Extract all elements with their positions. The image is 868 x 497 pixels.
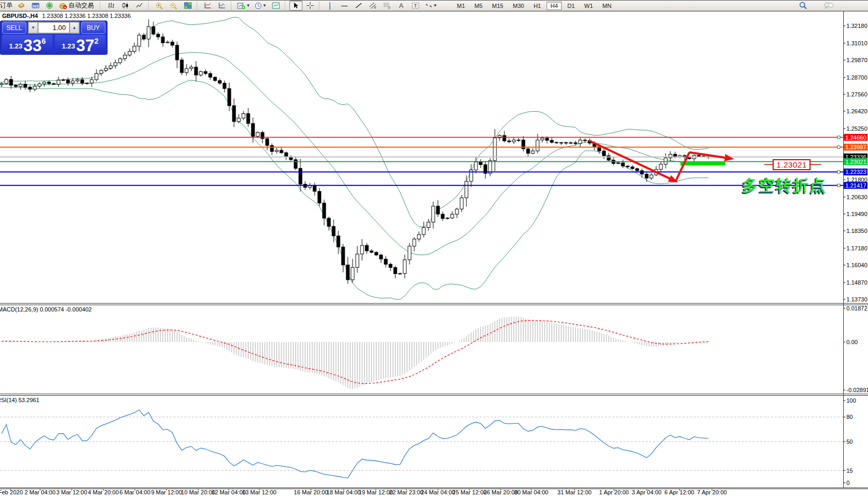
svg-text:3 Mar 12:00: 3 Mar 12:00 (56, 489, 87, 495)
svg-text:1.21417: 1.21417 (845, 182, 866, 189)
svg-text:0: 0 (846, 480, 850, 486)
svg-text:18 Mar 04:00: 18 Mar 04:00 (327, 489, 361, 495)
svg-text:31 Mar 12:00: 31 Mar 12:00 (558, 489, 592, 495)
crosshair-tool[interactable] (304, 1, 317, 11)
svg-text:1.22323: 1.22323 (845, 169, 866, 175)
svg-text:1.28700: 1.28700 (846, 74, 867, 81)
sell-price-pip: 6 (42, 37, 46, 45)
buy-price-panel[interactable]: 1.23 37 2 (55, 35, 105, 53)
text-tool[interactable]: A (395, 1, 408, 11)
svg-text:1.14870: 1.14870 (846, 279, 867, 286)
timeframe-MN[interactable]: MN (599, 2, 615, 10)
svg-text:10 Mar 20:00: 10 Mar 20:00 (181, 489, 216, 495)
vertical-line-tool[interactable]: │ (324, 1, 337, 11)
toolbar-separator (319, 2, 321, 9)
svg-text:1.20630: 1.20630 (846, 194, 867, 200)
timeframe-D1[interactable]: D1 (564, 2, 579, 10)
svg-text:6 Apr 12:00: 6 Apr 12:00 (665, 489, 694, 495)
svg-text:7 Apr 20:00: 7 Apr 20:00 (697, 489, 727, 495)
svg-text:30 Mar 04:00: 30 Mar 04:00 (514, 489, 549, 495)
svg-text:25 Mar 12:00: 25 Mar 12:00 (453, 489, 487, 495)
trendline-tool[interactable] (352, 1, 365, 11)
timeframe-M15[interactable]: M15 (489, 2, 507, 10)
fibonacci-tool[interactable]: F (381, 1, 394, 11)
market-watch-icon[interactable] (15, 1, 28, 11)
price-annotation-box[interactable]: 1.23021 (773, 159, 811, 170)
timeframe-H1[interactable]: H1 (530, 2, 544, 10)
svg-text:6 Mar 04:00: 6 Mar 04:00 (120, 489, 151, 495)
candlestick-mode-icon[interactable] (119, 1, 132, 11)
tile-windows-icon[interactable] (181, 1, 194, 11)
svg-text:1.29870: 1.29870 (846, 57, 867, 63)
volume-input[interactable]: 1.00 (38, 22, 70, 33)
timeframe-W1[interactable]: W1 (581, 2, 597, 10)
search-icon[interactable] (796, 1, 810, 11)
bollinger-bands (0, 17, 708, 300)
indicator-window-icon[interactable] (201, 1, 214, 11)
svg-text:100: 100 (846, 397, 856, 404)
chart-title: GBPUSD-,H41.23308 1.23336 1.23308 1.2333… (2, 13, 131, 19)
sell-price-prefix: 1.23 (9, 42, 22, 50)
svg-text:1.26420: 1.26420 (846, 108, 867, 114)
volume-up-button[interactable]: ▲ (70, 22, 79, 33)
timeframe-M1[interactable]: M1 (453, 2, 469, 10)
chart-template-icon[interactable] (269, 1, 282, 11)
buy-button[interactable]: BUY (81, 22, 105, 34)
toolbar-right (796, 1, 835, 10)
horizontal-line-tool[interactable]: — (338, 1, 351, 11)
one-click-trading-panel: SELL ▼ 1.00 ▲ BUY 1.23 33 6 1.23 37 2 (0, 21, 108, 55)
svg-text:-0.028913: -0.028913 (846, 387, 868, 393)
sell-price-panel[interactable]: 1.23 33 6 (2, 35, 53, 53)
timeframe-M30[interactable]: M30 (509, 2, 528, 10)
toolbar-separator (148, 2, 151, 9)
toolbar-separator (231, 2, 233, 9)
svg-text:22 Mar 23:00: 22 Mar 23:00 (389, 489, 424, 495)
line-chart-mode-icon[interactable] (133, 1, 146, 11)
add-indicator-button[interactable]: ▼ (236, 1, 252, 11)
time-axis: Feb 20202 Mar 04:003 Mar 12:004 Mar 20:0… (0, 489, 727, 495)
rsi-axis: 1008050150 (843, 397, 856, 486)
svg-text:1.31010: 1.31010 (846, 40, 867, 46)
svg-text:19 Mar 12:00: 19 Mar 12:00 (359, 489, 393, 495)
svg-text:1.27560: 1.27560 (846, 91, 867, 98)
volume-down-button[interactable]: ▼ (28, 22, 38, 33)
rsi-indicator-label: RSI(14) 53.2961 (0, 397, 40, 403)
sell-button[interactable]: SELL (2, 22, 26, 34)
svg-text:0.018721: 0.018721 (846, 305, 868, 311)
channel-tool[interactable]: E (366, 1, 379, 11)
svg-text:Feb 2020: Feb 2020 (0, 489, 23, 495)
svg-text:1.13730: 1.13730 (846, 296, 867, 303)
period-clock-button[interactable]: ▼ (253, 1, 268, 11)
strategy-tester-icon[interactable] (43, 1, 56, 11)
chat-icon[interactable] (822, 1, 835, 11)
svg-text:1.32180: 1.32180 (846, 23, 867, 29)
svg-text:2 Mar 04:00: 2 Mar 04:00 (25, 489, 56, 495)
svg-text:1.23997: 1.23997 (845, 144, 866, 150)
new-order-button[interactable]: 新订单 (0, 1, 13, 10)
timeframe-H4[interactable]: H4 (547, 2, 561, 10)
timeframe-M5[interactable]: M5 (471, 2, 486, 10)
zoom-out-icon[interactable] (167, 1, 180, 11)
cursor-tool[interactable] (289, 1, 303, 11)
svg-text:1.16040: 1.16040 (846, 262, 867, 268)
indicator-list-icon[interactable] (216, 1, 229, 11)
bar-chart-mode-icon[interactable] (104, 1, 118, 11)
chart-ohlc-values: 1.23308 1.23336 1.23308 1.23336 (42, 13, 131, 19)
zoom-in-icon[interactable] (153, 1, 166, 11)
macd-indicator-label: MACD(12,26,9) 0.000574 -0.000402 (0, 306, 92, 313)
svg-text:9 Mar 12:00: 9 Mar 12:00 (151, 489, 182, 495)
svg-text:1.18350: 1.18350 (846, 228, 867, 234)
text-label-tool[interactable]: T (409, 1, 422, 11)
macd-pane (2, 317, 708, 389)
svg-text:0.00: 0.00 (846, 339, 857, 345)
buy-price-big: 37 (76, 39, 94, 52)
macd-axis: 0.0187210.00-0.028913 (843, 305, 868, 393)
autotrading-button[interactable]: 自动交易 (57, 1, 97, 11)
volume-stepper: ▼ 1.00 ▲ (28, 22, 80, 34)
chart-area: 1.246601.239971.233361.230211.223231.214… (0, 1, 868, 497)
toolbar-separator (285, 2, 287, 9)
terminal-window-icon[interactable] (29, 1, 42, 11)
svg-text:15: 15 (846, 467, 853, 474)
arrows-tool[interactable]: ▼ (423, 1, 439, 11)
svg-text:4 Mar 20:00: 4 Mar 20:00 (88, 489, 119, 495)
